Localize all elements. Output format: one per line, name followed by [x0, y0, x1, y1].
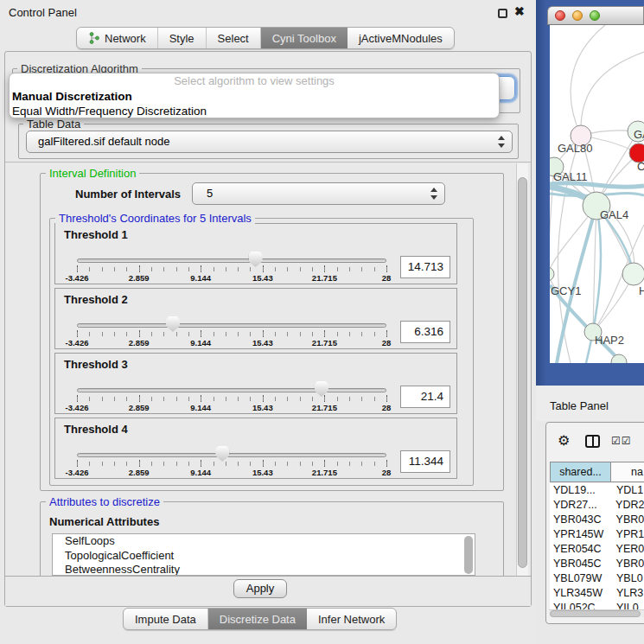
- tick-label: 15.43: [252, 403, 273, 412]
- table-panel-title: Table Panel: [550, 399, 609, 412]
- threshold-panel: Threshold 2 -3.4262.8599.14415.4321.7152…: [54, 288, 457, 349]
- thresholds-group-title: Threshold's Coordinates for 5 Intervals: [55, 212, 255, 225]
- tab-impute-data[interactable]: Impute Data: [124, 609, 208, 629]
- slider-track[interactable]: [77, 388, 386, 392]
- slider-track[interactable]: [77, 453, 386, 457]
- table-row[interactable]: YER054CYER0: [550, 542, 644, 557]
- threshold-slider[interactable]: -3.4262.8599.14415.4321.71528: [77, 445, 386, 480]
- attribute-item[interactable]: BetweennessCentrality: [53, 563, 475, 576]
- table-row[interactable]: YDR27...YDR2: [550, 498, 644, 513]
- node-table[interactable]: YDL19...YDL1YDR27...YDR2YBR043CYBR0YPR14…: [550, 483, 644, 609]
- slider-minor-ticks: [77, 462, 387, 466]
- slider-tick-labels: -3.4262.8599.14415.4321.71528: [77, 338, 386, 348]
- threshold-value-field[interactable]: 6.316: [400, 321, 450, 343]
- tick-label: 9.144: [190, 403, 211, 412]
- close-traffic-light-icon[interactable]: [555, 10, 565, 21]
- tab-cyni-toolbox[interactable]: Cyni Toolbox: [261, 28, 348, 48]
- tick-label: 21.715: [312, 273, 337, 283]
- tick-label: -3.426: [66, 273, 89, 283]
- column-header-name[interactable]: na: [610, 462, 644, 482]
- table-row[interactable]: YDL19...YDL1: [550, 483, 644, 498]
- table-row[interactable]: YBR045CYBR0: [550, 557, 644, 571]
- threshold-panel: Threshold 4 -3.4262.8599.14415.4321.7152…: [54, 418, 457, 479]
- cell-name: YDL1: [611, 483, 643, 498]
- attribute-item[interactable]: SelfLoops: [53, 534, 475, 549]
- tab-style[interactable]: Style: [158, 28, 207, 48]
- table-row[interactable]: YPR145WYPR1: [550, 527, 644, 542]
- tab-jactivemnodules[interactable]: jActiveMNodules: [348, 28, 454, 48]
- label-gal80: GAL80: [558, 142, 592, 155]
- checkbox-columns-icon[interactable]: ☑☑: [611, 435, 632, 447]
- attribute-item[interactable]: TopologicalCoefficient: [53, 549, 475, 564]
- tick-label: 2.859: [129, 468, 150, 477]
- tick-label: 9.144: [190, 273, 211, 283]
- threshold-value-field[interactable]: 11.344: [400, 450, 450, 473]
- tick-label: 9.144: [190, 338, 211, 348]
- dropdown-placeholder-option[interactable]: Select algorithm to view settings: [10, 73, 499, 89]
- interval-definition-title: Interval Definition: [46, 167, 139, 180]
- attributes-group-title: Attributes to discretize: [46, 495, 163, 508]
- numerical-attributes-list[interactable]: SelfLoopsTopologicalCoefficientBetweenne…: [52, 533, 475, 576]
- threshold-slider[interactable]: -3.4262.8599.14415.4321.71528: [77, 316, 386, 350]
- tab-label: Select: [218, 32, 249, 45]
- node-gcy1[interactable]: [550, 267, 554, 281]
- table-panel-header: Table Panel: [536, 386, 644, 421]
- bottom-tab-strip: Impute Data Discretize Data Infer Networ…: [123, 608, 397, 630]
- table-data-select[interactable]: galFiltered.sif default node: [26, 131, 513, 153]
- dropdown-option-equal-width[interactable]: Equal Width/Frequency Discretization: [10, 104, 499, 118]
- minimize-traffic-light-icon[interactable]: [572, 10, 583, 21]
- slider-minor-ticks: [77, 397, 387, 401]
- slider-track[interactable]: [77, 323, 386, 328]
- cell-shared-name: YER054C: [550, 542, 611, 557]
- stepper-arrows-icon: [498, 136, 506, 148]
- tick-label: 28: [382, 273, 392, 283]
- apply-button[interactable]: Apply: [233, 579, 287, 598]
- cell-name: YIL0: [611, 601, 639, 609]
- slider-tick-labels: -3.4262.8599.14415.4321.71528: [77, 468, 386, 478]
- node-h[interactable]: [622, 263, 644, 285]
- tab-discretize-data[interactable]: Discretize Data: [208, 609, 307, 629]
- gear-icon[interactable]: ⚙: [558, 432, 570, 449]
- threshold-value-field[interactable]: 21.4: [400, 386, 450, 408]
- tab-network[interactable]: Network: [77, 28, 158, 48]
- cell-name: YBL0: [611, 571, 643, 586]
- close-icon[interactable]: ✖: [514, 4, 525, 18]
- column-header-shared-name[interactable]: shared...: [550, 462, 611, 482]
- tick-label: 15.43: [252, 338, 273, 348]
- panel-scrollbar-thumb[interactable]: [518, 177, 527, 568]
- threshold-slider[interactable]: -3.4262.8599.14415.4321.71528: [77, 380, 386, 415]
- network-canvas[interactable]: GAL80 GA C GAL11 GAL4 GCY1 H HAP2: [550, 25, 644, 363]
- tick-label: 9.144: [190, 468, 211, 477]
- dropdown-option-manual[interactable]: Manual Discretization: [10, 89, 499, 104]
- tick-label: 2.859: [129, 403, 150, 412]
- cell-shared-name: YPR145W: [550, 527, 611, 542]
- tick-label: 21.715: [312, 403, 337, 412]
- tick-label: 2.859: [129, 338, 150, 348]
- table-hscrollbar-thumb[interactable]: [550, 610, 641, 617]
- table-row[interactable]: YBR043CYBR0: [550, 513, 644, 527]
- list-scrollbar[interactable]: [464, 536, 473, 574]
- table-row[interactable]: YIL052CYIL0: [550, 601, 644, 609]
- label-partial-c: C: [637, 160, 644, 173]
- float-window-icon[interactable]: [498, 9, 507, 18]
- tab-label: Cyni Toolbox: [272, 32, 336, 45]
- split-columns-icon[interactable]: [585, 435, 600, 448]
- cell-name: YDR2: [610, 498, 644, 513]
- numerical-attributes-label: Numerical Attributes: [49, 515, 159, 528]
- table-row[interactable]: YBL079WYBL0: [550, 571, 644, 586]
- slider-minor-ticks: [77, 332, 387, 336]
- panel-title: Control Panel: [9, 6, 77, 19]
- tab-infer-network[interactable]: Infer Network: [307, 609, 396, 629]
- tab-select[interactable]: Select: [207, 28, 261, 48]
- threshold-slider[interactable]: -3.4262.8599.14415.4321.71528: [77, 251, 386, 285]
- slider-track[interactable]: [77, 258, 386, 263]
- cell-name: YBR0: [611, 557, 644, 571]
- table-row[interactable]: YLR345WYLR3: [550, 586, 644, 601]
- cell-name: YPR1: [611, 527, 644, 542]
- cell-shared-name: YBL079W: [550, 571, 611, 586]
- zoom-traffic-light-icon[interactable]: [590, 10, 600, 21]
- cell-shared-name: YDL19...: [550, 483, 611, 498]
- threshold-value-field[interactable]: 14.713: [400, 256, 450, 278]
- cell-shared-name: YIL052C: [550, 601, 611, 609]
- number-of-intervals-spinner[interactable]: 5: [192, 182, 445, 205]
